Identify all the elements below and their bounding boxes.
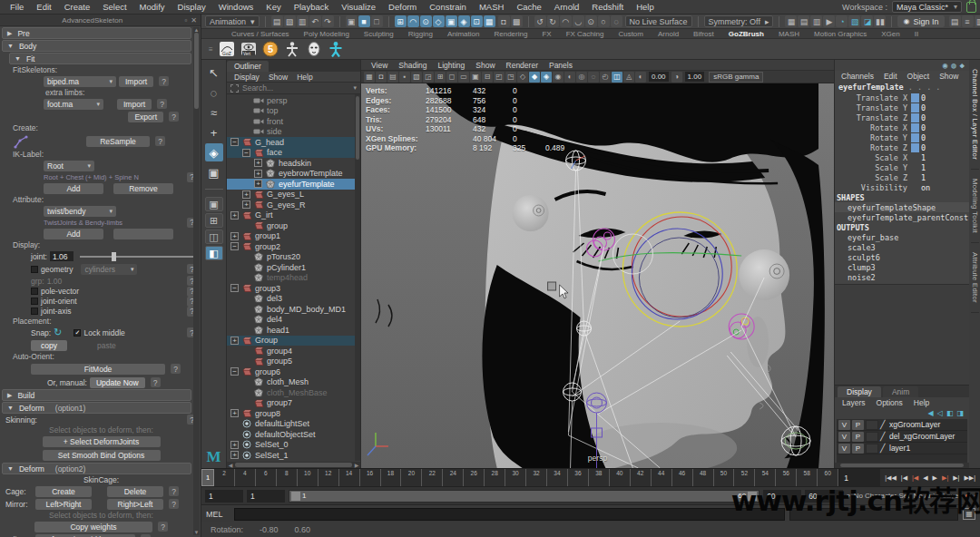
channel-value[interactable]: 1 — [921, 173, 926, 182]
command-input[interactable] — [234, 508, 785, 521]
channel-select-box[interactable] — [911, 173, 919, 182]
range-bar-inner[interactable]: 1 60 — [289, 491, 759, 502]
layer-tab-anim[interactable]: Anim — [883, 386, 918, 397]
attr-add-button[interactable]: Add — [44, 229, 103, 239]
pause-icon[interactable]: ▮▮ — [874, 15, 886, 27]
outliner-item-top[interactable]: top — [227, 106, 360, 117]
help-button[interactable]: ? — [155, 136, 165, 146]
help-button[interactable]: ? — [171, 364, 181, 374]
outliner-item-cloth-mesh[interactable]: cloth_Mesh — [227, 377, 360, 388]
outliner-item-ptorus20[interactable]: pTorus20 — [227, 252, 360, 263]
expand-toggle-icon[interactable]: + — [254, 180, 262, 188]
layer-del-xggroomlayer[interactable]: VP╱del_xgGroomLayer — [837, 431, 967, 443]
viewport-menu-panels[interactable]: Panels — [544, 61, 577, 70]
new-scene-icon[interactable]: ▤ — [271, 15, 283, 27]
resolution-gate-icon[interactable]: ▭ — [458, 72, 469, 83]
shelf-tab-poly-modeling[interactable]: Poly Modeling — [298, 30, 356, 38]
menu-item-select[interactable]: Select — [96, 2, 132, 12]
ik-label-select[interactable]: Root ▾ — [44, 161, 94, 171]
scale-tool[interactable]: ▣ — [205, 163, 223, 181]
expand-toggle-icon[interactable]: − — [242, 149, 250, 157]
channelbox-menu-show[interactable]: Show — [935, 72, 963, 81]
wireframe-icon[interactable]: ◇ — [517, 72, 528, 83]
scrollbar-thumb[interactable] — [235, 463, 352, 467]
expand-toggle-icon[interactable]: − — [230, 367, 239, 376]
outliner-menu-display[interactable]: Display — [230, 73, 263, 82]
paint-select-tool[interactable]: ≈ — [205, 103, 223, 122]
range-start-handle[interactable] — [291, 492, 300, 501]
highlight-selection-icon[interactable]: ▩ — [511, 15, 523, 27]
shadows-icon[interactable]: ◐ — [564, 72, 575, 83]
float-panel-icon[interactable]: ▫ — [184, 16, 187, 24]
scroll-left-icon[interactable]: ◀ — [227, 462, 234, 468]
copy-button[interactable]: copy — [31, 340, 67, 351]
select-deformjoints-button[interactable]: + Select DeformJoints — [43, 436, 161, 447]
use-all-lights-icon[interactable]: ◉ — [553, 72, 564, 83]
motion-blur-icon[interactable]: ◌ — [588, 72, 599, 83]
update-now-button[interactable]: Update Now — [90, 377, 145, 388]
resample-button[interactable]: ReSample — [86, 136, 150, 147]
curve-snap-a-icon[interactable]: ◠ — [560, 15, 572, 27]
layer-menu-help[interactable]: Help — [909, 398, 934, 407]
input-to-selected-icon[interactable]: ↺ — [534, 15, 546, 27]
ik-add-button[interactable]: Add — [44, 183, 103, 194]
scroll-down-icon[interactable]: ▼ — [193, 530, 200, 535]
attribute-select[interactable]: twist/bendy ▾ — [44, 206, 116, 217]
menu-item-key[interactable]: Key — [260, 2, 287, 12]
expand-toggle-icon[interactable]: − — [230, 284, 239, 292]
outliner-menu-help[interactable]: Help — [293, 73, 316, 82]
close-icon[interactable]: ✕ — [191, 16, 197, 24]
select-object-icon[interactable]: ■ — [358, 15, 370, 27]
layer-tab-display[interactable]: Display — [838, 386, 881, 397]
outliner-item-head1[interactable]: head1 — [227, 325, 360, 336]
chevron-down-icon[interactable]: ▾ — [353, 84, 357, 92]
range-bar[interactable]: 1 60 — [289, 490, 760, 503]
outliner-item-g-eyes-r[interactable]: +G_eyes_R — [227, 200, 360, 210]
goz-export-icon[interactable]: GoZ — [219, 41, 235, 57]
viewport-menu-renderer[interactable]: Renderer — [502, 61, 543, 70]
section-deform-option2[interactable]: ▼ Deform (option2) — [2, 463, 191, 474]
layout-two-pane[interactable]: ◫ — [205, 229, 223, 244]
exposure-icon[interactable]: ◐ — [635, 72, 646, 83]
channel-select-box[interactable] — [911, 143, 919, 152]
layer-playback-toggle[interactable]: P — [852, 420, 864, 430]
menu-item-edit[interactable]: Edit — [30, 2, 57, 12]
snap-curve-icon[interactable]: ◠ — [407, 15, 419, 27]
curve-snap-c-icon[interactable]: ⊙ — [585, 15, 597, 27]
layer-playback-toggle[interactable]: P — [852, 432, 864, 442]
shelf-tab-arnold[interactable]: Arnold — [652, 30, 685, 38]
menu-item-cache[interactable]: Cache — [510, 2, 547, 12]
outliner-item-selset-1[interactable]: +SelSet_1 — [227, 450, 360, 461]
section-body[interactable]: ▼ Body — [2, 40, 191, 52]
outliner-item-defaultlightset[interactable]: defaultLightSet — [227, 419, 360, 430]
film-gate-icon[interactable]: ◻ — [446, 72, 457, 83]
outliner-item-eyebrowtemplate[interactable]: +eyebrowTemplate — [227, 169, 360, 180]
outliner-item-group[interactable]: +Group — [227, 336, 360, 347]
open-scene-icon[interactable]: ▧ — [284, 15, 296, 27]
layer-color-swatch[interactable] — [866, 444, 878, 454]
snap-magnet-icon[interactable]: ↻ — [54, 327, 62, 338]
channel-value[interactable]: 0 — [921, 103, 926, 112]
outliner-item-g-head[interactable]: −G_head — [227, 137, 360, 148]
shelf-tab-custom[interactable]: Custom — [612, 30, 650, 38]
channel-visibility[interactable]: Visibilityon — [835, 182, 969, 192]
channel-value[interactable]: 0 — [921, 143, 926, 152]
channel-value[interactable]: 0 — [921, 123, 926, 132]
menu-item-help[interactable]: Help — [630, 2, 661, 12]
render-view-icon[interactable]: ▤ — [798, 15, 809, 27]
channel-value[interactable]: 1 — [921, 153, 926, 162]
hyperbolic-icon[interactable]: ◆ — [960, 61, 965, 70]
section-pre[interactable]: ▶ Pre — [2, 27, 191, 39]
outliner-menu-show[interactable]: Show — [265, 73, 291, 82]
channel-rotate-z[interactable]: Rotate Z0 — [835, 142, 969, 152]
layer-layer1[interactable]: VP╱layer1 — [837, 443, 967, 454]
expand-toggle-icon[interactable]: − — [230, 242, 239, 250]
layout-single-pane[interactable]: ▣ — [205, 197, 223, 211]
import-button[interactable]: Import — [119, 76, 153, 87]
outliner-item-body-md-body-md1[interactable]: body_MD_body_MD1 — [227, 304, 360, 315]
outliner-item-temp4head[interactable]: temp4head — [227, 273, 360, 284]
snap-projected-center-icon[interactable]: ◇ — [433, 15, 445, 27]
copy-weights-button[interactable]: Copy weights — [34, 522, 152, 532]
layer-menu-options[interactable]: Options — [872, 398, 907, 407]
new-layer-from-selected-icon[interactable]: ◨ — [956, 409, 964, 417]
